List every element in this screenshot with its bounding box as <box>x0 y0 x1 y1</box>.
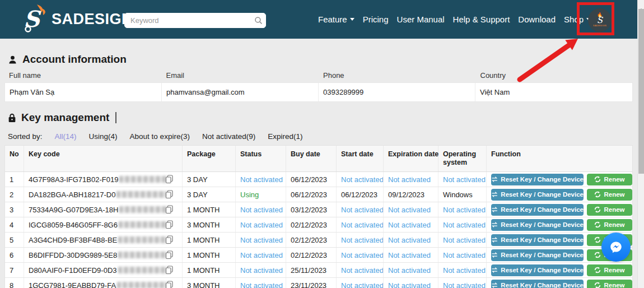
cell-start-date: Not activated <box>341 281 384 288</box>
cell-no: 3 <box>5 202 24 217</box>
lock-icon <box>8 113 16 123</box>
reset-key-button[interactable]: Reset Key / Change Device <box>491 234 584 246</box>
search-input[interactable] <box>125 16 251 25</box>
nav-item-download[interactable]: Download <box>518 15 556 24</box>
reset-key-button[interactable]: Reset Key / Change Device <box>491 219 584 231</box>
account-field-values: Phạm Văn Sạ phamvansa@gmail.com 03932899… <box>4 82 633 102</box>
cell-package: 3 MONTH <box>183 217 236 232</box>
col-header-no: No <box>5 146 24 171</box>
cell-status[interactable]: Not activated <box>240 281 283 288</box>
cell-status[interactable]: Not activated <box>240 236 283 244</box>
cell-os: Not activated <box>443 175 486 184</box>
renew-button[interactable]: Renew <box>587 189 632 201</box>
copy-icon[interactable] <box>165 190 174 199</box>
account-avatar[interactable]: 🔥 S SADESIGN <box>588 8 612 32</box>
main-nav: Feature Pricing User Manual Help & Suppo… <box>318 0 591 39</box>
copy-icon[interactable] <box>165 235 174 245</box>
copy-icon[interactable] <box>165 205 174 215</box>
nav-label: User Manual <box>397 15 445 24</box>
reset-key-label: Reset Key / Change Device <box>501 267 584 273</box>
cell-no: 1 <box>5 172 24 187</box>
reset-key-button[interactable]: Reset Key / Change Device <box>491 174 584 185</box>
key-management-title: Key management <box>8 112 116 124</box>
key-code-text: D80AAIF0-F1D0EFD9-0D3 <box>29 266 117 275</box>
key-code-text: IGCG8059-B46G05FF-8G6 <box>29 221 118 229</box>
refresh-icon <box>594 206 601 213</box>
messenger-chat-button[interactable] <box>601 233 631 262</box>
search-button[interactable] <box>251 13 265 27</box>
cell-status[interactable]: Not activated <box>240 251 283 259</box>
key-code-text: A3G4CHD9-BF3BF4B8-BE <box>29 236 117 244</box>
cell-expiration-date: Not activated <box>388 266 431 275</box>
renew-button[interactable]: Renew <box>587 174 632 185</box>
table-row: 6 B6DIFFDD-30D9G989-5E8 1 MONTH Not acti… <box>5 248 632 263</box>
renew-button[interactable]: Renew <box>587 280 632 288</box>
reset-key-label: Reset Key / Change Device <box>501 206 584 213</box>
cell-status[interactable]: Not activated <box>240 206 283 214</box>
renew-button[interactable]: Renew <box>587 264 632 276</box>
field-label-country: Country <box>476 71 633 80</box>
nav-item-pricing[interactable]: Pricing <box>363 15 389 24</box>
refresh-icon <box>594 176 601 183</box>
copy-icon[interactable] <box>165 175 174 184</box>
key-code-redacted <box>119 206 171 213</box>
renew-label: Renew <box>604 176 624 183</box>
reset-key-button[interactable]: Reset Key / Change Device <box>491 264 584 276</box>
reset-key-button[interactable]: Reset Key / Change Device <box>491 280 584 288</box>
scrollbar-up-button[interactable] <box>638 0 644 8</box>
filter-using[interactable]: Using(4) <box>89 132 118 141</box>
exchange-arrows-icon <box>491 221 498 228</box>
key-code-text: 75334A9G-G07D9E3A-18H <box>29 206 118 214</box>
renew-button[interactable]: Renew <box>587 204 632 216</box>
table-row: 8 1GCG7981-9EABBD79-FA 3 MONTH Not activ… <box>5 278 632 288</box>
field-value-fullname: Phạm Văn Sạ <box>5 83 162 101</box>
cell-expiration-date: Not activated <box>388 251 431 259</box>
filter-expired[interactable]: Expired(1) <box>268 132 302 141</box>
brand[interactable]: S SADESIGN <box>20 3 133 35</box>
cell-expiration-date: Not activated <box>388 206 431 214</box>
cell-buy-date: 03/12/2023 <box>286 202 337 217</box>
key-code-redacted <box>119 176 171 183</box>
cell-expiration-date: Not activated <box>388 221 431 229</box>
cell-function: Reset Key / Change Device Renew <box>487 263 632 277</box>
nav-item-shop[interactable]: Shop <box>564 15 591 24</box>
cell-key-code: B6DIFFDD-30D9G989-5E8 <box>24 248 183 262</box>
field-label-phone: Phone <box>319 71 476 80</box>
cell-status[interactable]: Using <box>240 191 259 199</box>
cell-status[interactable]: Not activated <box>240 221 283 229</box>
cell-status[interactable]: Not activated <box>240 266 283 275</box>
search-box <box>124 13 266 28</box>
scrollbar-thumb[interactable] <box>638 9 644 174</box>
reset-key-button[interactable]: Reset Key / Change Device <box>491 189 584 201</box>
copy-icon[interactable] <box>165 250 174 260</box>
key-code-redacted <box>118 236 170 243</box>
refresh-icon <box>594 252 601 258</box>
filter-all[interactable]: All(14) <box>55 132 77 141</box>
reset-key-button[interactable]: Reset Key / Change Device <box>491 204 584 216</box>
reset-key-label: Reset Key / Change Device <box>501 252 584 258</box>
refresh-icon <box>594 267 601 273</box>
chevron-down-icon <box>350 18 354 21</box>
renew-button[interactable]: Renew <box>587 219 632 231</box>
filter-not-activated[interactable]: Not activated(9) <box>202 132 255 141</box>
user-icon <box>8 55 17 64</box>
nav-item-help-support[interactable]: Help & Support <box>453 15 510 24</box>
copy-icon[interactable] <box>165 266 174 275</box>
cell-os: Not activated <box>443 236 486 244</box>
cell-buy-date: 06/12/2023 <box>286 172 337 187</box>
cell-start-date: 06/12/2023 <box>341 191 377 199</box>
filter-about-to-expire[interactable]: About to expire(3) <box>130 132 190 141</box>
copy-icon[interactable] <box>165 281 174 288</box>
reset-key-button[interactable]: Reset Key / Change Device <box>491 249 584 261</box>
cell-status[interactable]: Not activated <box>240 175 283 184</box>
cell-no: 4 <box>5 217 24 232</box>
reset-key-label: Reset Key / Change Device <box>501 221 584 228</box>
exchange-arrows-icon <box>491 191 498 198</box>
nav-item-user-manual[interactable]: User Manual <box>397 15 445 24</box>
copy-icon[interactable] <box>165 220 174 230</box>
exchange-arrows-icon <box>491 252 498 258</box>
nav-item-feature[interactable]: Feature <box>318 15 354 24</box>
cell-expiration-date: Not activated <box>388 281 431 288</box>
col-header-buy-date: Buy date <box>286 146 337 171</box>
col-header-os: Operating system <box>438 146 487 171</box>
